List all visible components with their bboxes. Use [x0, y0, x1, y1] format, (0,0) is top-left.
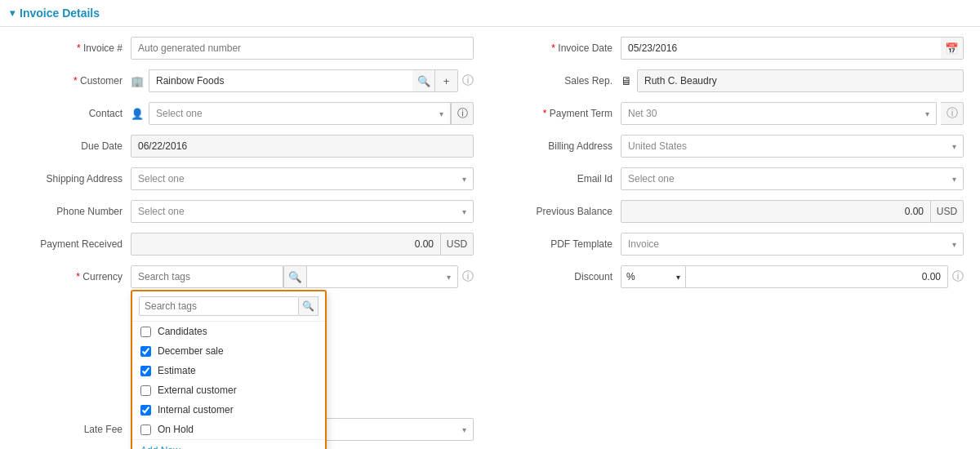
calendar-button[interactable]: 📅: [941, 37, 964, 60]
payment-term-label: Payment Term: [506, 108, 621, 119]
discount-info-icon[interactable]: ⓘ: [952, 269, 964, 284]
contact-label: Contact: [16, 108, 131, 119]
form-left: Invoice # Customer 🏢 🔍 + ⓘ: [0, 35, 490, 449]
dropdown-item-december-sale[interactable]: December sale: [132, 341, 325, 361]
billing-address-row: Billing Address United States ▾: [506, 133, 964, 159]
chevron-down-icon: ▾: [447, 273, 451, 282]
chevron-down-icon: ▾: [439, 109, 443, 118]
email-id-select[interactable]: Select one ▾: [621, 167, 964, 190]
discount-value-input[interactable]: [686, 265, 948, 288]
invoice-num-field: [131, 37, 474, 60]
invoice-num-input[interactable]: [131, 37, 474, 60]
dropdown-item-on-hold[interactable]: On Hold: [132, 420, 325, 439]
contact-add-button[interactable]: ⓘ: [451, 102, 474, 125]
dropdown-search-button[interactable]: 🔍: [299, 296, 318, 316]
checkbox-external-customer[interactable]: [140, 385, 151, 396]
contact-select[interactable]: Select one ▾: [149, 102, 451, 125]
email-id-row: Email Id Select one ▾: [506, 166, 964, 192]
customer-row: Customer 🏢 🔍 + ⓘ: [16, 68, 474, 94]
dropdown-item-internal-customer[interactable]: Internal customer: [132, 400, 325, 420]
shipping-address-row: Shipping Address Select one ▾: [16, 166, 474, 192]
dropdown-label-on-hold: On Hold: [158, 424, 194, 435]
dropdown-item-estimate[interactable]: Estimate: [132, 361, 325, 380]
contact-row: Contact 👤 Select one ▾ ⓘ: [16, 100, 474, 127]
email-id-placeholder: Select one: [628, 173, 675, 184]
sales-rep-input: [637, 69, 964, 92]
customer-field: 🏢 🔍 +: [131, 69, 458, 92]
dropdown-label-external-customer: External customer: [158, 385, 237, 396]
contact-placeholder: Select one: [156, 108, 203, 119]
currency-search-input[interactable]: [131, 265, 283, 288]
phone-placeholder: Select one: [138, 206, 185, 217]
billing-address-select[interactable]: United States ▾: [621, 135, 964, 158]
due-date-field: [131, 135, 474, 158]
payment-term-value: Net 30: [628, 108, 657, 119]
currency-select[interactable]: ▾: [306, 265, 459, 288]
payment-term-field: Net 30 ▾ ⓘ: [621, 102, 964, 125]
shipping-address-label: Shipping Address: [16, 173, 131, 184]
dropdown-item-candidates[interactable]: Candidates: [132, 322, 325, 341]
form-container: Invoice # Customer 🏢 🔍 + ⓘ: [0, 27, 980, 449]
payment-received-field: USD: [131, 233, 474, 256]
contact-icon: 👤: [131, 108, 144, 120]
currency-search-button[interactable]: 🔍: [283, 265, 306, 288]
invoice-date-row: Invoice Date 📅: [506, 35, 964, 61]
prev-balance-label: Previous Balance: [506, 206, 621, 217]
phone-select[interactable]: Select one ▾: [131, 200, 474, 223]
chevron-down-icon: ▾: [952, 175, 956, 184]
prev-balance-row: Previous Balance USD: [506, 198, 964, 224]
customer-label: Customer: [16, 75, 131, 87]
dropdown-add-new[interactable]: Add New: [132, 439, 325, 449]
sales-rep-label: Sales Rep.: [506, 75, 621, 87]
customer-search-button[interactable]: 🔍: [412, 69, 435, 92]
shipping-address-field: Select one ▾: [131, 167, 474, 190]
customer-add-button[interactable]: +: [435, 69, 458, 92]
contact-field: 👤 Select one ▾ ⓘ: [131, 102, 474, 125]
checkbox-internal-customer[interactable]: [140, 405, 151, 416]
currency-info-icon[interactable]: ⓘ: [462, 269, 474, 284]
chevron-down-icon: ▾: [952, 142, 956, 151]
dropdown-search-input[interactable]: [139, 296, 299, 316]
due-date-input[interactable]: [131, 135, 474, 158]
phone-label: Phone Number: [16, 206, 131, 217]
section-title: Invoice Details: [20, 7, 100, 20]
checkbox-estimate[interactable]: [140, 366, 151, 376]
payment-term-info-icon[interactable]: ⓘ: [941, 102, 964, 125]
pdf-template-value: Invoice: [628, 238, 659, 250]
payment-term-select[interactable]: Net 30 ▾: [621, 102, 937, 125]
chevron-down-icon: ▾: [462, 175, 466, 184]
checkbox-december-sale[interactable]: [140, 346, 151, 357]
shipping-address-select[interactable]: Select one ▾: [131, 167, 474, 190]
customer-info-icon[interactable]: ⓘ: [462, 73, 474, 88]
sales-rep-field: 🖥: [621, 69, 964, 92]
payment-received-currency: USD: [441, 233, 474, 256]
late-fee-label: Late Fee: [16, 424, 131, 435]
prev-balance-field: USD: [621, 200, 964, 223]
invoice-date-label: Invoice Date: [506, 42, 621, 54]
discount-type-value: %: [626, 271, 635, 282]
due-date-row: Due Date: [16, 133, 474, 159]
discount-type-select[interactable]: % ▾: [621, 265, 686, 288]
sales-rep-row: Sales Rep. 🖥: [506, 68, 964, 94]
invoice-num-row: Invoice #: [16, 35, 474, 61]
checkbox-candidates[interactable]: [140, 327, 151, 337]
checkbox-on-hold[interactable]: [140, 425, 151, 435]
invoice-details-header[interactable]: ▾ Invoice Details: [0, 0, 980, 27]
pdf-template-select[interactable]: Invoice ▾: [621, 233, 964, 256]
pdf-template-row: PDF Template Invoice ▾: [506, 231, 964, 257]
invoice-num-label: Invoice #: [16, 42, 131, 54]
discount-label: Discount: [506, 271, 621, 282]
invoice-date-input[interactable]: [621, 37, 941, 60]
shipping-address-placeholder: Select one: [138, 173, 185, 184]
billing-address-field: United States ▾: [621, 135, 964, 158]
phone-row: Phone Number Select one ▾: [16, 198, 474, 224]
chevron-down-icon: ▾: [676, 273, 680, 282]
payment-received-row: Payment Received USD: [16, 231, 474, 257]
form-right: Invoice Date 📅 Sales Rep. 🖥: [490, 35, 980, 449]
customer-input[interactable]: [149, 69, 412, 92]
payment-received-input[interactable]: [131, 233, 441, 256]
discount-field: % ▾: [621, 265, 948, 288]
currency-dropdown: 🔍 Candidates December sale Estimat: [131, 290, 327, 449]
dropdown-item-external-customer[interactable]: External customer: [132, 380, 325, 400]
dropdown-label-internal-customer: Internal customer: [158, 404, 234, 416]
